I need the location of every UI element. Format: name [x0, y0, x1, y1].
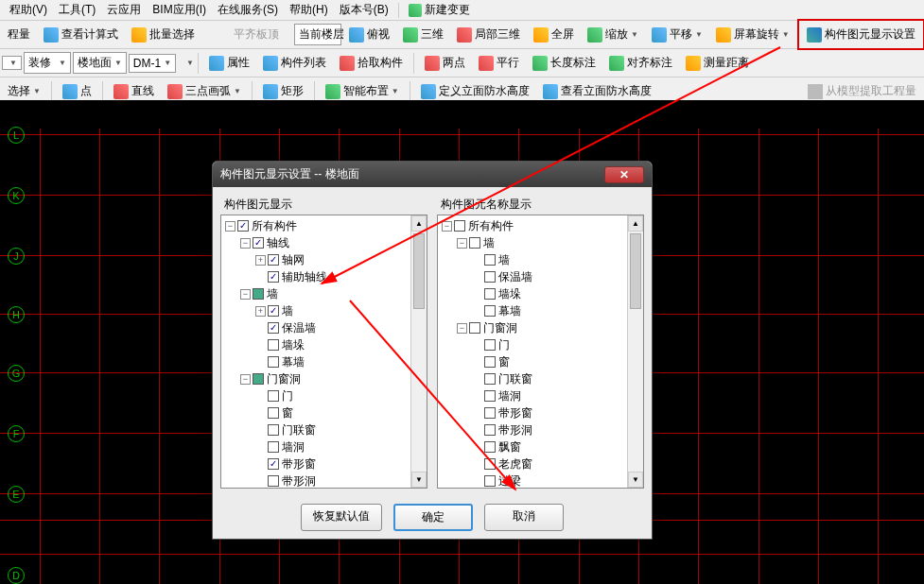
checkbox[interactable] [253, 373, 264, 385]
checkbox[interactable] [237, 220, 249, 232]
scroll-down-icon[interactable]: ▼ [411, 472, 427, 488]
expand-icon[interactable]: + [255, 306, 266, 317]
measure-dist-button[interactable]: 测量距离 [680, 51, 755, 75]
checkbox[interactable] [268, 407, 279, 419]
screen-rotate-button[interactable]: 屏幕旋转▼ [710, 23, 795, 46]
display-settings-button[interactable]: 构件图元显示设置 [801, 23, 921, 46]
pick-icon [340, 56, 355, 71]
expand-icon[interactable]: + [255, 255, 266, 266]
checkbox[interactable] [469, 237, 480, 249]
scroll-up-icon[interactable]: ▲ [411, 215, 427, 232]
checkbox[interactable] [268, 441, 279, 453]
dm1-combo[interactable]: DM-1▼ [129, 54, 176, 73]
checkbox[interactable] [484, 441, 496, 453]
checkbox[interactable] [268, 271, 279, 283]
checkbox[interactable] [484, 339, 496, 351]
checkbox[interactable] [253, 237, 264, 249]
clear-button[interactable]: ▼ [178, 55, 193, 71]
menu-tools[interactable]: 工具(T) [53, 0, 101, 20]
combo-1[interactable]: ▼ [2, 56, 22, 70]
fullscreen-button[interactable]: 全屏 [528, 23, 580, 46]
checkbox[interactable] [469, 322, 480, 334]
align-anno-button[interactable]: 对齐标注 [603, 51, 678, 75]
decor-combo[interactable]: 装修▼ [24, 52, 71, 74]
floor-surface-combo[interactable]: 楼地面▼ [73, 52, 127, 74]
tree-item: 墙 [267, 286, 278, 302]
zoom-button[interactable]: 缩放▼ [582, 23, 644, 46]
close-button[interactable]: ✕ [604, 166, 644, 183]
current-floor-combo[interactable]: 当前楼层▼ [294, 24, 341, 45]
two-points-button[interactable]: 两点 [419, 51, 471, 75]
checkbox[interactable] [268, 458, 279, 470]
length-anno-button[interactable]: 长度标注 [527, 51, 601, 75]
scroll-down-icon[interactable]: ▼ [628, 472, 643, 488]
scrollbar[interactable]: ▲ ▼ [410, 215, 427, 488]
restore-default-button[interactable]: 恢复默认值 [301, 504, 382, 531]
batch-select-button[interactable]: 批量选择 [126, 23, 200, 46]
local-3d-button[interactable]: 局部三维 [451, 23, 526, 46]
checkbox[interactable] [484, 305, 496, 317]
3d-button[interactable]: 三维 [397, 23, 449, 46]
axis-label-H: H [8, 306, 25, 323]
tree-item: 所有构件 [252, 218, 297, 234]
checkbox[interactable] [268, 475, 279, 487]
pan-button[interactable]: 平移▼ [646, 23, 708, 46]
expand-icon[interactable]: − [240, 238, 251, 249]
checkbox[interactable] [268, 390, 279, 402]
checkbox[interactable] [484, 458, 496, 470]
checkbox[interactable] [484, 271, 496, 283]
checkbox[interactable] [484, 356, 496, 368]
tree-item: 窗 [282, 405, 293, 421]
checkbox[interactable] [268, 254, 279, 266]
right-tree[interactable]: −所有构件 −墙 墙 保温墙 墙垛 幕墙 −门窗洞 门 窗 门联窗 墙洞 带形窗… [437, 215, 644, 489]
tree-item: 轴线 [267, 235, 289, 251]
cancel-button[interactable]: 取消 [484, 504, 564, 531]
checkbox[interactable] [484, 424, 496, 436]
checkbox[interactable] [268, 339, 279, 351]
menu-cloud[interactable]: 云应用 [101, 0, 147, 20]
view-formula-button[interactable]: 查看计算式 [38, 23, 124, 46]
expand-icon[interactable]: − [442, 221, 452, 232]
checkbox[interactable] [268, 305, 279, 317]
expand-icon[interactable]: − [240, 374, 251, 385]
expand-icon[interactable]: − [457, 238, 467, 249]
checkbox[interactable] [253, 288, 264, 300]
pick-component-button[interactable]: 拾取构件 [334, 51, 409, 75]
parallel-button[interactable]: 平行 [473, 51, 525, 75]
menu-version[interactable]: 版本号(B) [334, 0, 394, 20]
dialog-titlebar[interactable]: 构件图元显示设置 -- 楼地面 ✕ [213, 162, 652, 187]
component-list-button[interactable]: 构件列表 [257, 51, 332, 75]
calc-qty-button[interactable]: 程量 [2, 23, 36, 46]
tree-item: 带形窗 [282, 456, 316, 472]
menu-online[interactable]: 在线服务(S) [212, 0, 284, 20]
scroll-thumb[interactable] [413, 233, 425, 309]
properties-button[interactable]: 属性 [203, 51, 255, 75]
checkbox[interactable] [268, 322, 279, 334]
checkbox[interactable] [484, 373, 496, 385]
expand-icon[interactable]: − [457, 323, 467, 334]
checkbox[interactable] [484, 390, 496, 402]
checkbox[interactable] [484, 407, 496, 419]
checkbox[interactable] [268, 356, 279, 368]
flush-icon [216, 27, 231, 43]
expand-icon[interactable]: − [240, 289, 251, 300]
checkbox[interactable] [268, 424, 279, 436]
toolbar-1: 程量 查看计算式 批量选择 平齐板顶 当前楼层▼ 俯视 三维 局部三维 全屏 缩… [0, 21, 924, 49]
scroll-up-icon[interactable]: ▲ [628, 215, 643, 232]
menu-view[interactable]: 程助(V) [4, 0, 53, 20]
batch-icon [131, 27, 147, 43]
scrollbar[interactable]: ▲ ▼ [627, 215, 643, 488]
new-change-button[interactable]: 新建变更 [403, 0, 476, 20]
checkbox[interactable] [484, 475, 496, 487]
checkbox[interactable] [454, 220, 465, 232]
left-tree[interactable]: −所有构件 −轴线 +轴网 辅助轴线 −墙 +墙 保温墙 墙垛 幕墙 −门窗洞 … [220, 215, 427, 489]
menu-bim[interactable]: BIM应用(I) [147, 0, 212, 20]
checkbox[interactable] [484, 254, 496, 266]
checkbox[interactable] [484, 288, 496, 300]
scroll-thumb[interactable] [630, 233, 641, 309]
expand-icon[interactable]: − [225, 221, 235, 232]
ok-button[interactable]: 确定 [393, 504, 473, 531]
menu-help[interactable]: 帮助(H) [284, 0, 334, 20]
zoom-icon [587, 27, 602, 43]
top-view-button[interactable]: 俯视 [343, 23, 395, 46]
